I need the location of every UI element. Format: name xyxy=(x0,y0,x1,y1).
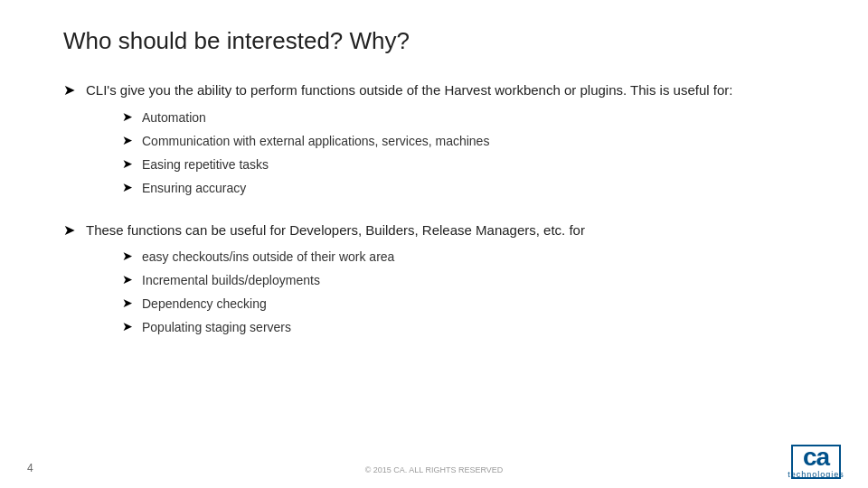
logo-ca-text: ca xyxy=(803,445,829,470)
arrow-icon-2: ➤ xyxy=(63,221,75,239)
sub-bullet-1-1-text: Automation xyxy=(142,108,206,127)
slide: Who should be interested? Why? ➤ CLI's g… xyxy=(0,0,868,488)
sub-bullet-1-3: ➤ Easing repetitive tasks xyxy=(122,155,732,174)
main-bullet-1: ➤ CLI's give you the ability to perform … xyxy=(63,80,814,202)
main-bullet-1-container: CLI's give you the ability to perform fu… xyxy=(86,80,732,202)
logo-box: ca technologies xyxy=(791,445,841,479)
arrow-sub-icon-2-2: ➤ xyxy=(122,272,133,286)
footer-text: © 2015 CA. ALL RIGHTS RESERVED xyxy=(365,465,504,474)
sub-bullet-2-2: ➤ Incremental builds/deployments xyxy=(122,271,585,290)
arrow-sub-icon-2-1: ➤ xyxy=(122,249,133,263)
sub-bullets-1: ➤ Automation ➤ Communication with extern… xyxy=(122,108,732,198)
sub-bullet-2-3-text: Dependency checking xyxy=(142,295,267,314)
arrow-sub-icon-2-4: ➤ xyxy=(122,319,133,333)
sub-bullet-1-4-text: Ensuring accuracy xyxy=(142,179,246,198)
arrow-sub-icon-1-3: ➤ xyxy=(122,156,133,171)
sub-bullets-2: ➤ easy checkouts/ins outside of their wo… xyxy=(122,248,585,337)
sub-bullet-2-4: ➤ Populating staging servers xyxy=(122,318,585,337)
main-bullet-2: ➤ These functions can be useful for Deve… xyxy=(63,221,814,343)
sub-bullet-1-2-text: Communication with external applications… xyxy=(142,132,489,151)
main-bullet-2-text: These functions can be useful for Develo… xyxy=(86,222,585,238)
sub-bullet-2-3: ➤ Dependency checking xyxy=(122,295,585,314)
sub-bullet-2-1: ➤ easy checkouts/ins outside of their wo… xyxy=(122,248,585,267)
main-bullet-1-text: CLI's give you the ability to perform fu… xyxy=(86,82,732,98)
sub-bullet-1-4: ➤ Ensuring accuracy xyxy=(122,179,732,198)
main-bullet-2-container: These functions can be useful for Develo… xyxy=(86,221,585,343)
ca-logo: ca technologies xyxy=(791,445,841,479)
sub-bullet-1-2: ➤ Communication with external applicatio… xyxy=(122,132,732,151)
sub-bullet-1-3-text: Easing repetitive tasks xyxy=(142,155,269,174)
arrow-sub-icon-1-1: ➤ xyxy=(122,109,133,124)
arrow-sub-icon-1-2: ➤ xyxy=(122,133,133,147)
arrow-sub-icon-1-4: ➤ xyxy=(122,180,133,194)
logo-tech-text: technologies xyxy=(788,470,844,479)
sub-bullet-2-1-text: easy checkouts/ins outside of their work… xyxy=(142,248,394,267)
page-number: 4 xyxy=(27,462,33,474)
sub-bullet-2-2-text: Incremental builds/deployments xyxy=(142,271,320,290)
arrow-sub-icon-2-3: ➤ xyxy=(122,296,133,310)
arrow-icon-1: ➤ xyxy=(63,81,75,99)
slide-title: Who should be interested? Why? xyxy=(54,27,814,55)
sub-bullet-2-4-text: Populating staging servers xyxy=(142,318,291,337)
slide-content: ➤ CLI's give you the ability to perform … xyxy=(54,80,814,342)
sub-bullet-1-1: ➤ Automation xyxy=(122,108,732,127)
footer: © 2015 CA. ALL RIGHTS RESERVED xyxy=(0,465,868,474)
